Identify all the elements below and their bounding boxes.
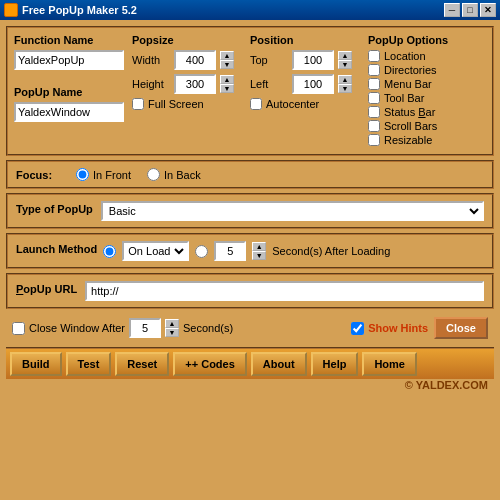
left-down-btn[interactable]: ▼ xyxy=(338,84,352,93)
in-front-label: In Front xyxy=(93,169,131,181)
height-up-btn[interactable]: ▲ xyxy=(220,75,234,84)
location-checkbox[interactable] xyxy=(368,50,380,62)
hints-close-section: Show Hints Close xyxy=(351,317,488,339)
popup-name-label: PopUp Name xyxy=(14,86,124,98)
in-back-row: In Back xyxy=(147,168,201,181)
toolbar-checkbox[interactable] xyxy=(368,92,380,104)
toolbar-label: Tool Bar xyxy=(384,92,424,104)
test-button[interactable]: Test xyxy=(66,352,112,376)
popup-url-input[interactable] xyxy=(85,281,484,301)
height-input[interactable] xyxy=(174,74,216,94)
top-down-btn[interactable]: ▼ xyxy=(338,60,352,69)
position-label: Position xyxy=(250,34,360,46)
bottom-row: Close Window After ▲ ▼ Second(s) Show Hi… xyxy=(6,313,494,343)
close-window-label: Close Window After xyxy=(29,322,125,334)
show-hints-checkbox[interactable] xyxy=(351,322,364,335)
resizable-label: Resizable xyxy=(384,134,432,146)
popup-options-column: PopUp Options Location Directories Menu … xyxy=(368,34,486,148)
help-button[interactable]: Help xyxy=(311,352,359,376)
seconds-input[interactable] xyxy=(214,241,246,261)
show-hints-label: Show Hints xyxy=(368,322,428,334)
close-window-section: Close Window After ▲ ▼ Second(s) xyxy=(12,318,233,338)
on-load-radio[interactable] xyxy=(103,245,116,258)
launch-method-label: Launch Method xyxy=(16,243,97,255)
menubar-checkbox[interactable] xyxy=(368,78,380,90)
about-button[interactable]: About xyxy=(251,352,307,376)
option-toolbar: Tool Bar xyxy=(368,92,486,104)
directories-checkbox[interactable] xyxy=(368,64,380,76)
names-column: Function Name PopUp Name xyxy=(14,34,124,148)
launch-method-select[interactable]: On Load On Click On Exit xyxy=(122,241,189,261)
close-seconds-up-btn[interactable]: ▲ xyxy=(165,319,179,328)
height-row: Height ▲ ▼ xyxy=(132,74,242,94)
build-button[interactable]: Build xyxy=(10,352,62,376)
top-input[interactable] xyxy=(292,50,334,70)
close-window-checkbox[interactable] xyxy=(12,322,25,335)
seconds-up-btn[interactable]: ▲ xyxy=(252,242,266,251)
fullscreen-label: Full Screen xyxy=(148,98,204,110)
minimize-button[interactable]: ─ xyxy=(444,3,460,17)
in-back-radio[interactable] xyxy=(147,168,160,181)
close-seconds-down-btn[interactable]: ▼ xyxy=(165,328,179,337)
autocenter-row: Autocenter xyxy=(250,98,360,110)
resizable-checkbox[interactable] xyxy=(368,134,380,146)
popsize-column: Popsize Width ▲ ▼ Height ▲ ▼ Full Scre xyxy=(132,34,242,148)
left-label: Left xyxy=(250,78,288,90)
title-bar-buttons: ─ □ ✕ xyxy=(444,3,496,17)
position-column: Position Top ▲ ▼ Left ▲ ▼ Autocenter xyxy=(250,34,360,148)
left-input[interactable] xyxy=(292,74,334,94)
show-hints-row: Show Hints xyxy=(351,322,428,335)
footer-brand: © YALDEX.COM xyxy=(6,379,494,393)
height-label: Height xyxy=(132,78,170,90)
top-panel: Function Name PopUp Name Popsize Width ▲… xyxy=(6,26,494,156)
option-scrollbars: Scroll Bars xyxy=(368,120,486,132)
in-front-row: In Front xyxy=(76,168,131,181)
close-seconds-spinner: ▲ ▼ xyxy=(165,319,179,337)
home-button[interactable]: Home xyxy=(362,352,417,376)
option-directories: Directories xyxy=(368,64,486,76)
left-row: Left ▲ ▼ xyxy=(250,74,360,94)
focus-panel: Focus: In Front In Back xyxy=(6,160,494,189)
close-window-button[interactable]: ✕ xyxy=(480,3,496,17)
popup-url-label: PopUp URL xyxy=(16,283,77,295)
statusbar-checkbox[interactable] xyxy=(368,106,380,118)
seconds-down-btn[interactable]: ▼ xyxy=(252,251,266,260)
launch-panel: Launch Method On Load On Click On Exit ▲… xyxy=(6,233,494,269)
url-panel: PopUp URL xyxy=(6,273,494,309)
location-label: Location xyxy=(384,50,426,62)
app-icon xyxy=(4,3,18,17)
height-down-btn[interactable]: ▼ xyxy=(220,84,234,93)
width-label: Width xyxy=(132,54,170,66)
width-down-btn[interactable]: ▼ xyxy=(220,60,234,69)
type-panel: Type of PopUp Basic Popup Layer IFrame xyxy=(6,193,494,229)
left-up-btn[interactable]: ▲ xyxy=(338,75,352,84)
option-statusbar: Status Bar xyxy=(368,106,486,118)
seconds-radio[interactable] xyxy=(195,245,208,258)
top-spinner: ▲ ▼ xyxy=(338,51,352,69)
width-up-btn[interactable]: ▲ xyxy=(220,51,234,60)
menubar-label: Menu Bar xyxy=(384,78,432,90)
fullscreen-row: Full Screen xyxy=(132,98,242,110)
popup-name-input[interactable] xyxy=(14,102,124,122)
codes-button[interactable]: ++ Codes xyxy=(173,352,247,376)
scrollbars-checkbox[interactable] xyxy=(368,120,380,132)
in-front-radio[interactable] xyxy=(76,168,89,181)
in-back-label: In Back xyxy=(164,169,201,181)
maximize-button[interactable]: □ xyxy=(462,3,478,17)
autocenter-checkbox[interactable] xyxy=(250,98,262,110)
title-bar: Free PopUp Maker 5.2 ─ □ ✕ xyxy=(0,0,500,20)
close-seconds-input[interactable] xyxy=(129,318,161,338)
height-spinner: ▲ ▼ xyxy=(220,75,234,93)
fullscreen-checkbox[interactable] xyxy=(132,98,144,110)
close-button[interactable]: Close xyxy=(434,317,488,339)
width-input[interactable] xyxy=(174,50,216,70)
focus-label: Focus: xyxy=(16,169,52,181)
top-row: Top ▲ ▼ xyxy=(250,50,360,70)
top-label: Top xyxy=(250,54,288,66)
function-name-input[interactable] xyxy=(14,50,124,70)
top-up-btn[interactable]: ▲ xyxy=(338,51,352,60)
reset-button[interactable]: Reset xyxy=(115,352,169,376)
type-of-popup-select[interactable]: Basic Popup Layer IFrame xyxy=(101,201,484,221)
option-location: Location xyxy=(368,50,486,62)
directories-label: Directories xyxy=(384,64,437,76)
